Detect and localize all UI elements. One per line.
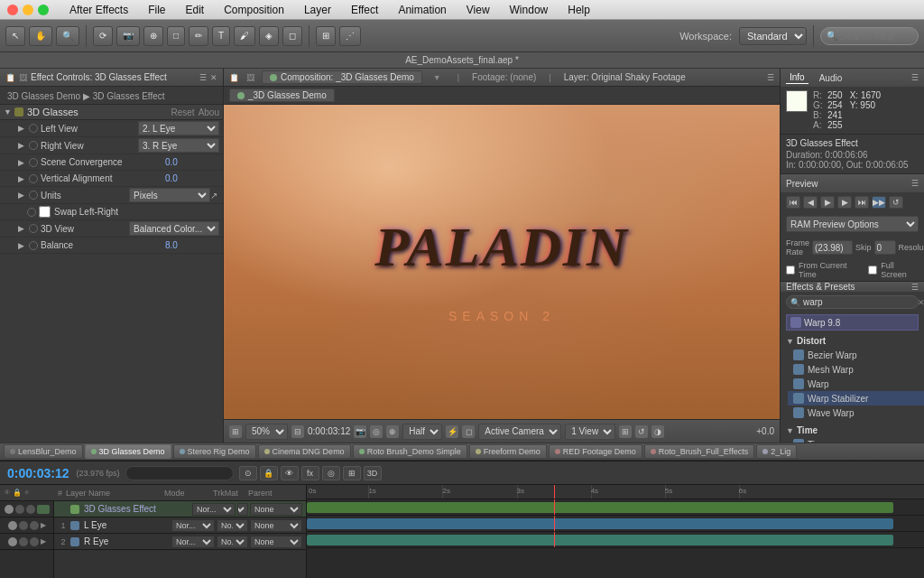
eye-icon-1[interactable]: [5, 505, 14, 514]
mask-icon[interactable]: ⊕: [386, 425, 399, 438]
loop-btn[interactable]: ↺: [889, 196, 903, 209]
rect-tool[interactable]: □: [167, 26, 185, 46]
tab-3d-glasses[interactable]: 3D Glasses Demo: [85, 444, 171, 459]
time-item-timewarp[interactable]: Timewarp: [788, 437, 924, 443]
color-swatch[interactable]: [786, 90, 808, 112]
menu-animation[interactable]: Animation: [393, 2, 450, 18]
from-current-checkbox[interactable]: [786, 266, 795, 275]
camera-tool[interactable]: 📷: [116, 26, 140, 46]
about-button[interactable]: Abou: [199, 107, 219, 117]
workspace-select[interactable]: Standard: [739, 27, 807, 45]
effects-presets-menu-btn[interactable]: ☰: [911, 283, 919, 292]
time-header[interactable]: ▼ Time: [781, 424, 924, 437]
menu-help[interactable]: Help: [563, 2, 595, 18]
menu-effect[interactable]: Effect: [346, 2, 383, 18]
grid2-icon[interactable]: ⊞: [619, 425, 632, 438]
menu-file[interactable]: File: [143, 2, 170, 18]
full-screen-checkbox[interactable]: [868, 266, 877, 275]
layer-trik-l-eye[interactable]: No...: [217, 519, 248, 532]
eye-icon-2[interactable]: [8, 521, 17, 530]
menu-view[interactable]: View: [462, 2, 494, 18]
hand-tool[interactable]: ✋: [29, 26, 52, 46]
prev-frame-btn[interactable]: ◀: [803, 196, 818, 209]
fx-icon-1[interactable]: [37, 505, 50, 514]
effects-search-clear[interactable]: ✕: [918, 298, 924, 307]
layer-row-r-eye[interactable]: 2 R Eye Nor... No... None: [54, 534, 306, 550]
pen-tool[interactable]: ✏: [189, 26, 208, 46]
tab-red-footage[interactable]: RED Footage Demo: [549, 444, 642, 459]
tl-solo-btn[interactable]: ⊙: [239, 466, 257, 480]
tab-stereo-rig[interactable]: Stereo Rig Demo: [173, 444, 256, 459]
ram-preview-btn[interactable]: ▶▶: [872, 196, 886, 209]
layer-mode-sub-effect[interactable]: [237, 503, 248, 516]
distort-header[interactable]: ▼ Distort: [781, 334, 924, 348]
lock-icon-3[interactable]: [19, 537, 28, 546]
distort-item-wave-warp[interactable]: Wave Warp: [788, 406, 924, 420]
layer-parent-effect[interactable]: None: [250, 503, 302, 516]
skip-input[interactable]: [874, 240, 896, 255]
quality-select[interactable]: Half: [402, 424, 442, 440]
menu-layer[interactable]: Layer: [300, 2, 336, 18]
distort-item-bezier-warp[interactable]: Bezier Warp: [788, 348, 924, 362]
tab-lens-blur[interactable]: LensBlur_Demo: [4, 444, 83, 459]
prop-expand-balance[interactable]: ▶: [18, 241, 27, 250]
grid-icon[interactable]: ⊟: [291, 425, 304, 438]
tl-motion-btn[interactable]: ◎: [322, 466, 340, 480]
prop-value-scene-conv[interactable]: 0.0: [165, 157, 219, 167]
frame-rate-input[interactable]: [812, 240, 853, 255]
layer-mode-effect[interactable]: Nor...: [192, 503, 236, 516]
track-playhead-l-eye[interactable]: [554, 516, 555, 531]
layer-parent-l-eye[interactable]: None: [250, 519, 302, 532]
solo-icon-2[interactable]: [30, 521, 39, 530]
comp-tab-active[interactable]: Composition: _3D Glasses Demo: [262, 70, 422, 84]
reset-icon[interactable]: ↺: [635, 425, 648, 438]
search-bar[interactable]: 🔍: [820, 27, 919, 45]
info-menu-btn[interactable]: ☰: [911, 73, 919, 82]
view-count-select[interactable]: 1 View: [565, 424, 615, 440]
rotation-tool[interactable]: ⟳: [93, 26, 113, 46]
ram-options-select[interactable]: RAM Preview Options: [786, 216, 919, 232]
text-tool[interactable]: T: [212, 26, 230, 46]
minimize-button[interactable]: [23, 5, 33, 15]
eye-icon-3[interactable]: [8, 537, 17, 546]
lock-icon-2[interactable]: [19, 521, 28, 530]
prop-checkbox-swap[interactable]: [39, 206, 51, 218]
prop-select-units[interactable]: Pixels: [129, 188, 210, 202]
prop-expand-units[interactable]: ▶: [18, 191, 27, 200]
tab-roto-full[interactable]: Roto_Brush_Full_Effects: [644, 444, 754, 459]
solo-icon-1[interactable]: [26, 505, 35, 514]
expand-icon-2[interactable]: ▶: [41, 521, 46, 529]
layer-mode-l-eye[interactable]: Nor...: [171, 519, 215, 532]
prop-value-balance[interactable]: 8.0: [165, 240, 219, 250]
maximize-button[interactable]: [38, 5, 49, 15]
exposure-icon[interactable]: ◑: [651, 425, 664, 438]
menu-composition[interactable]: Composition: [219, 2, 289, 18]
layer-row-3d-effect[interactable]: 3D Glasses Effect Nor... None: [54, 501, 306, 517]
expand-icon-3[interactable]: ▶: [41, 537, 46, 545]
tl-fx-btn[interactable]: fx: [301, 466, 319, 480]
tl-lock-btn[interactable]: 🔒: [260, 466, 278, 480]
panel-close-button[interactable]: ✕: [210, 73, 217, 82]
playhead-marker[interactable]: [554, 485, 555, 499]
track-playhead-r-eye[interactable]: [554, 532, 555, 547]
menu-after-effects[interactable]: After Effects: [65, 2, 133, 18]
tl-3d-btn[interactable]: 3D: [364, 466, 382, 480]
clone-tool[interactable]: ◈: [259, 26, 279, 46]
zoom-select[interactable]: 50%: [245, 424, 288, 440]
close-button[interactable]: [7, 5, 18, 15]
layer-trik-r-eye[interactable]: No...: [217, 536, 248, 548]
prop-expand-scene-conv[interactable]: ▶: [18, 158, 27, 167]
effects-search-input[interactable]: [803, 297, 918, 307]
tl-hide-btn[interactable]: 👁: [281, 466, 299, 480]
composition-viewer[interactable]: PALADIN SEASON 2: [224, 105, 780, 419]
warp-result-item[interactable]: Warp 9.8: [786, 314, 919, 331]
pan-tool[interactable]: ⊕: [143, 26, 163, 46]
render-icon[interactable]: ◎: [370, 425, 383, 438]
prop-expand-vert-align[interactable]: ▶: [18, 174, 27, 183]
tab-cinema-dng[interactable]: Cinema DNG Demo: [258, 444, 351, 459]
solo-icon-3[interactable]: [30, 537, 39, 546]
timeline-tracks[interactable]: 0s 1s 2s 3s 4s 5s 6s: [307, 485, 924, 578]
prop-expand-3d-view[interactable]: ▶: [18, 224, 27, 233]
distort-item-mesh-warp[interactable]: Mesh Warp: [788, 362, 924, 377]
play-btn[interactable]: ▶: [820, 196, 835, 209]
